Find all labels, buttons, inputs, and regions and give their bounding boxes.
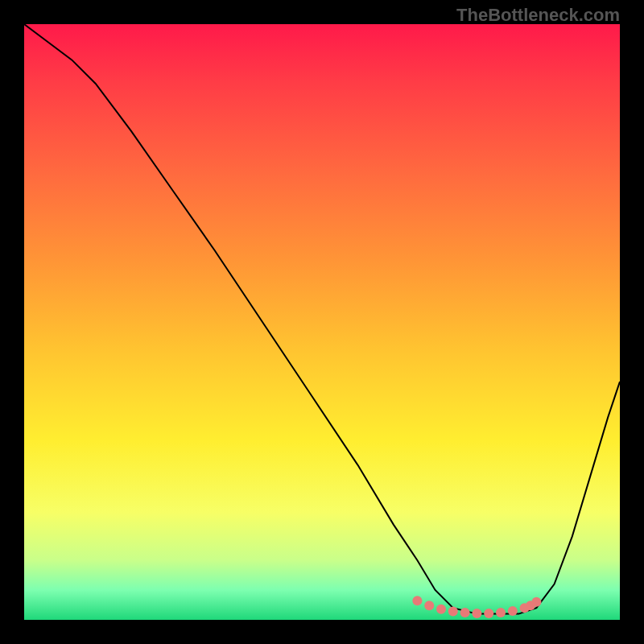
- optimum-marker: [412, 596, 422, 605]
- optimum-marker: [484, 609, 493, 618]
- optimum-marker: [496, 608, 506, 617]
- optimum-marker: [424, 601, 434, 610]
- optimum-marker: [448, 607, 458, 617]
- chart-background: [24, 24, 620, 620]
- watermark-text: TheBottleneck.com: [456, 5, 620, 26]
- optimum-marker: [460, 608, 470, 617]
- optimum-marker: [531, 597, 541, 607]
- chart-area: [24, 24, 620, 620]
- optimum-marker: [508, 606, 518, 616]
- chart-svg: [24, 24, 620, 620]
- optimum-marker: [472, 609, 481, 618]
- optimum-marker: [436, 605, 446, 614]
